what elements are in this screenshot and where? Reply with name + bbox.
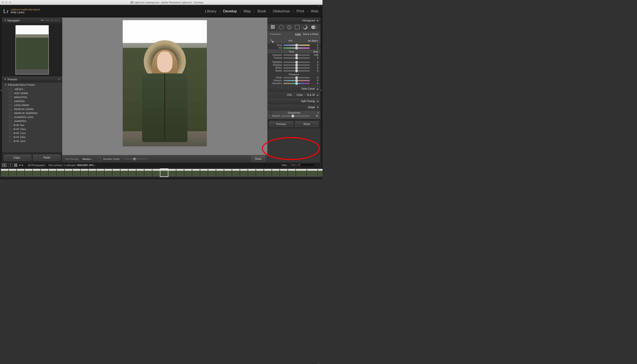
collection-name[interactable]: All Photographs	[28, 164, 45, 166]
split-toning-panel[interactable]: Split Toning◀	[267, 98, 320, 104]
filmstrip-thumb[interactable]	[160, 169, 168, 176]
filmstrip-thumb[interactable]	[200, 169, 208, 176]
filmstrip-thumb[interactable]	[184, 169, 192, 176]
preset-item[interactable]: B+W: Clare	[2, 127, 62, 131]
navigator-preview[interactable]	[2, 23, 62, 76]
grid-view-icon[interactable]	[14, 164, 17, 167]
filmstrip-thumb[interactable]	[318, 169, 322, 176]
filmstrip-thumb[interactable]	[17, 169, 24, 176]
filmstrip-thumb[interactable]	[248, 169, 256, 176]
filmstrip-thumb[interactable]	[288, 169, 295, 176]
preset-item[interactable]: B+W: Ava	[2, 123, 62, 127]
filmstrip-thumb[interactable]	[144, 169, 152, 176]
filmstrip-thumb[interactable]	[264, 169, 272, 176]
auto-tone-button[interactable]: Auto	[313, 50, 318, 53]
temp-value[interactable]: 0	[311, 44, 318, 46]
module-web[interactable]: Web	[310, 9, 319, 14]
temp-slider[interactable]	[283, 44, 310, 46]
vibrance-value[interactable]: 0	[311, 79, 318, 82]
preset-item[interactable]: -REMOVE SHARPEN-	[2, 111, 62, 115]
crop-tool-icon[interactable]	[271, 25, 275, 30]
detail-collapse-icon[interactable]: ◀	[317, 112, 319, 114]
exposure-slider[interactable]	[283, 54, 310, 56]
whites-slider[interactable]	[283, 67, 310, 69]
filmstrip-thumb[interactable]	[33, 169, 40, 176]
copy-button[interactable]: Copy...	[4, 154, 31, 161]
treatment-color[interactable]: Color	[295, 33, 301, 36]
identity-user[interactable]: Kelly Larkin	[11, 11, 40, 14]
filmstrip-thumb[interactable]	[152, 169, 160, 176]
filmstrip-thumb[interactable]	[224, 169, 232, 176]
graduated-filter-icon[interactable]	[295, 25, 299, 30]
preset-item[interactable]: -BRIGHTEN-	[2, 95, 62, 99]
add-preset-button[interactable]: +	[58, 78, 60, 81]
filmstrip-thumb[interactable]	[280, 169, 288, 176]
filmstrip-thumb[interactable]	[57, 169, 64, 176]
filmstrip-thumb[interactable]	[121, 169, 128, 176]
paste-button[interactable]: Paste	[33, 154, 61, 161]
wb-dropdown[interactable]: As Shot▾	[308, 40, 318, 42]
warning-icon[interactable]: !	[269, 111, 272, 114]
redeye-tool-icon[interactable]	[287, 25, 291, 30]
whites-value[interactable]: 0	[311, 67, 318, 69]
filter-dropdown[interactable]: Filters Off▾	[290, 164, 316, 167]
contrast-value[interactable]: 0	[311, 57, 318, 59]
filmstrip-thumb[interactable]	[65, 169, 72, 176]
nav-forward-icon[interactable]: ▶	[22, 164, 24, 166]
nav-zoom-fill[interactable]: FILL	[46, 19, 49, 22]
module-library[interactable]: Library	[204, 9, 217, 14]
module-print[interactable]: Print	[295, 9, 305, 14]
filmstrip-thumb[interactable]	[97, 169, 104, 176]
filmstrip-thumb[interactable]	[272, 169, 280, 176]
previous-button[interactable]: Previous	[269, 121, 293, 127]
filmstrip-thumb[interactable]	[137, 169, 144, 176]
current-filename[interactable]: 492A1967.JPG	[77, 164, 94, 166]
histogram-header[interactable]: Histogram ◀	[267, 18, 320, 23]
filmstrip-thumb[interactable]	[25, 169, 32, 176]
saturation-value[interactable]: 0	[311, 82, 318, 84]
nav-back-icon[interactable]: ◀	[19, 164, 20, 166]
filmstrip-thumb[interactable]	[256, 169, 264, 176]
filmstrip-thumb[interactable]	[176, 169, 184, 176]
preset-item[interactable]: -LESS GRAIN-	[2, 103, 62, 107]
preset-item[interactable]: -SHARPEN-	[2, 119, 62, 123]
navigator-header[interactable]: ▼ Navigator FIT FILL 1:1 2:1 ▸	[2, 18, 62, 23]
nav-zoom-2to1[interactable]: 2:1	[55, 19, 58, 22]
preset-folder[interactable]: ▼A Beautiful Mess Presets	[2, 82, 62, 87]
filmstrip[interactable]	[0, 168, 322, 178]
module-slideshow[interactable]: Slideshow	[272, 9, 291, 14]
tone-curve-panel[interactable]: Tone Curve◀	[267, 86, 320, 92]
filmstrip-scrollbar[interactable]: ▼	[0, 178, 322, 179]
filmstrip-thumb[interactable]	[73, 169, 80, 176]
highlights-value[interactable]: 0	[311, 61, 318, 63]
filename-menu-icon[interactable]: ▾	[94, 164, 95, 166]
preset-item[interactable]: -SHARPEN LESS-	[2, 115, 62, 119]
saturation-slider[interactable]	[283, 83, 310, 84]
preset-item[interactable]: -REMOVE GRAIN-	[2, 107, 62, 111]
filmstrip-thumb[interactable]	[9, 169, 17, 176]
secondary-display-1[interactable]: 1	[2, 164, 7, 167]
hsl-panel[interactable]: HSL/Color/B & W◀	[267, 92, 320, 98]
filmstrip-thumb[interactable]	[307, 169, 318, 176]
clarity-value[interactable]: 0	[311, 76, 318, 79]
top-panel-toggle[interactable]: ▲	[316, 5, 321, 7]
close-window-icon[interactable]	[2, 1, 4, 4]
left-panel-toggle[interactable]: ◀	[0, 18, 2, 162]
filmstrip-thumb[interactable]	[296, 169, 307, 176]
secondary-display-2[interactable]: 2	[8, 164, 13, 167]
module-map[interactable]: Map	[243, 9, 252, 14]
preset-item[interactable]: B+W: Coco	[2, 131, 62, 135]
nav-zoom-fit[interactable]: FIT	[41, 19, 44, 22]
preset-item[interactable]: --RESET--	[2, 87, 62, 91]
tint-slider[interactable]	[283, 48, 310, 49]
filmstrip-thumb[interactable]	[113, 169, 120, 176]
amount-slider[interactable]	[281, 115, 310, 117]
filmstrip-thumb[interactable]	[216, 169, 224, 176]
zoom-window-icon[interactable]	[9, 1, 11, 4]
main-photo[interactable]	[123, 20, 207, 146]
filmstrip-thumb[interactable]	[208, 169, 216, 176]
nav-zoom-menu-icon[interactable]: ▸	[59, 19, 60, 22]
minimize-window-icon[interactable]	[5, 1, 8, 4]
blacks-slider[interactable]	[283, 70, 310, 72]
reset-button[interactable]: Reset	[295, 121, 319, 127]
